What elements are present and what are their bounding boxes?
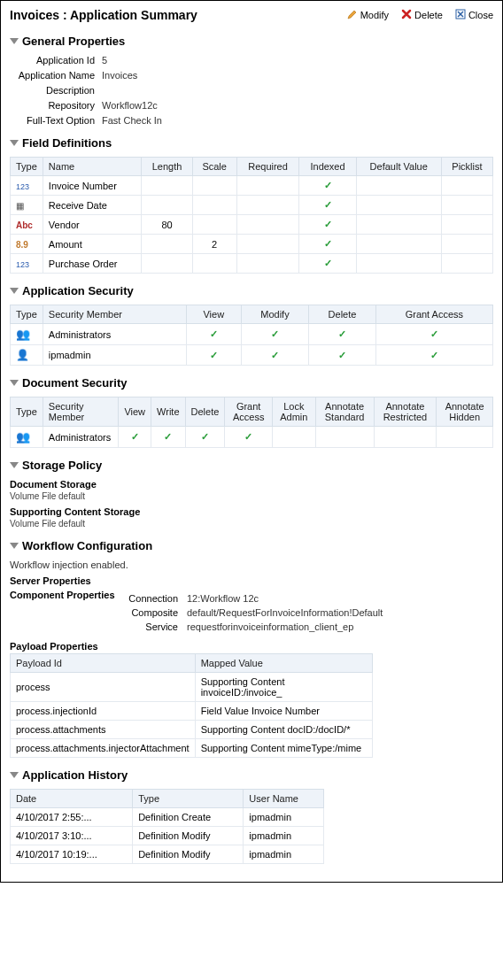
section-general-head[interactable]: General Properties — [10, 35, 493, 48]
table-row[interactable]: Abc Vendor 80 ✓ — [11, 215, 493, 235]
section-general-title: General Properties — [22, 35, 125, 48]
section-storage-title: Storage Policy — [22, 459, 102, 472]
sup-storage-head: Supporting Content Storage — [10, 506, 493, 517]
check-icon: ✓ — [324, 180, 332, 190]
col-delete: Delete — [185, 397, 225, 427]
section-history: Application History Date Type User Name … — [10, 768, 493, 864]
date-type-icon: ▦ — [16, 201, 24, 211]
docsec-table: Type Security Member View Write Delete G… — [10, 397, 493, 448]
check-icon: ✓ — [324, 219, 332, 229]
gen-ft-v: Fast Check In — [102, 115, 162, 126]
toolbar: Modify Delete Close — [346, 9, 493, 22]
gen-appname-v: Invoices — [102, 70, 137, 81]
table-row[interactable]: 👥 Administrators ✓ ✓ ✓ ✓ — [11, 324, 493, 345]
wf-conn-v: 12:Workflow 12c — [187, 593, 259, 604]
table-row[interactable]: 👤 ipmadmin ✓ ✓ ✓ ✓ — [11, 345, 493, 366]
section-storage-head[interactable]: Storage Policy — [10, 459, 493, 472]
table-row[interactable]: process.injectionIdField Value Invoice N… — [11, 702, 373, 721]
table-row[interactable]: processSupporting Content invoiceID:/inv… — [11, 673, 373, 702]
col-required: Required — [236, 158, 299, 176]
table-row[interactable]: process.attachments.injectorAttachmentSu… — [11, 739, 373, 758]
pencil-icon — [346, 9, 358, 22]
section-fields-head[interactable]: Field Definitions — [10, 136, 493, 150]
section-appsec-title: Application Security — [22, 284, 134, 297]
wf-svc-k: Service — [125, 621, 187, 632]
section-docsec-head[interactable]: Document Security — [10, 376, 493, 390]
wf-compo-v: default/RequestForInvoiceInformation!Def… — [187, 607, 383, 618]
col-mapped-value: Mapped Value — [195, 654, 372, 673]
col-view: View — [119, 397, 151, 427]
modify-button[interactable]: Modify — [346, 9, 389, 22]
col-annstd: Annotate Standard — [315, 397, 374, 427]
col-delete: Delete — [309, 305, 376, 324]
field-name: Receive Date — [43, 196, 142, 215]
col-annres: Annotate Restricted — [374, 397, 437, 427]
close-button[interactable]: Close — [455, 9, 493, 22]
section-appsec-head[interactable]: Application Security — [10, 284, 493, 297]
check-icon: ✓ — [210, 350, 218, 360]
app-summary-page: Invoices : Application Summary Modify De… — [0, 0, 503, 883]
table-row[interactable]: ▦ Receive Date ✓ — [11, 196, 493, 215]
check-icon: ✓ — [430, 350, 438, 360]
sup-storage-volume: Volume File default — [10, 519, 493, 529]
col-default: Default Value — [356, 158, 441, 176]
col-lock: Lock Admin — [273, 397, 316, 427]
section-history-head[interactable]: Application History — [10, 768, 493, 782]
col-annhid: Annotate Hidden — [437, 397, 493, 427]
modify-label: Modify — [360, 10, 389, 20]
disclosure-icon — [10, 38, 19, 44]
col-member: Security Member — [43, 305, 186, 324]
field-name: Amount — [43, 235, 142, 254]
member-name: Administrators — [43, 324, 186, 345]
col-write: Write — [151, 397, 185, 427]
table-row[interactable]: 123 Purchase Order ✓ — [11, 254, 493, 274]
table-row[interactable]: 4/10/2017 2:55:...Definition Createipmad… — [11, 808, 324, 827]
section-workflow: Workflow Configuration Workflow injectio… — [10, 539, 493, 758]
col-picklist: Picklist — [441, 158, 492, 176]
table-row[interactable]: 4/10/2017 10:19:...Definition Modifyipma… — [11, 845, 324, 864]
wf-svc-v: requestforinvoiceinformation_client_ep — [187, 621, 353, 632]
text-type-icon: Abc — [16, 220, 33, 230]
section-workflow-head[interactable]: Workflow Configuration — [10, 539, 493, 552]
col-date: Date — [11, 790, 133, 808]
number-type-icon: 123 — [16, 182, 29, 191]
delete-icon — [401, 9, 412, 21]
disclosure-icon — [10, 380, 19, 386]
field-name: Purchase Order — [43, 254, 142, 274]
table-row[interactable]: 4/10/2017 3:10:...Definition Modifyipmad… — [11, 827, 324, 845]
table-row[interactable]: 👥 Administrators ✓ ✓ ✓ ✓ — [11, 427, 493, 448]
table-row[interactable]: process.attachmentsSupporting Content do… — [11, 721, 373, 739]
col-name: Name — [43, 158, 142, 176]
close-icon — [455, 9, 466, 21]
workflow-injection-note: Workflow injection enabled. — [10, 559, 493, 570]
delete-button[interactable]: Delete — [401, 9, 443, 22]
disclosure-icon — [10, 288, 19, 294]
check-icon: ✓ — [131, 431, 139, 442]
section-appsec: Application Security Type Security Membe… — [10, 284, 493, 366]
check-icon: ✓ — [271, 350, 279, 360]
table-row[interactable]: 123 Invoice Number ✓ — [11, 176, 493, 196]
group-icon: 👥 — [16, 430, 30, 444]
disclosure-icon — [10, 140, 19, 146]
col-indexed: Indexed — [299, 158, 356, 176]
section-storage: Storage Policy Document Storage Volume F… — [10, 459, 493, 529]
col-modify: Modify — [241, 305, 309, 324]
section-general: General Properties Application Id5 Appli… — [10, 35, 493, 126]
table-row[interactable]: 8.9 Amount 2 ✓ — [11, 235, 493, 254]
group-icon: 👥 — [16, 328, 30, 341]
check-icon: ✓ — [324, 199, 332, 210]
fields-table: Type Name Length Scale Required Indexed … — [10, 157, 493, 274]
payload-table: Payload Id Mapped Value processSupportin… — [10, 653, 373, 758]
gen-ft-k: Full-Text Option — [10, 115, 102, 126]
wf-conn-k: Connection — [125, 593, 187, 604]
check-icon: ✓ — [338, 328, 346, 339]
server-props-head: Server Properties — [10, 575, 493, 586]
check-icon: ✓ — [164, 431, 172, 442]
user-icon: 👤 — [16, 349, 29, 361]
col-type: Type — [133, 790, 244, 808]
check-icon: ✓ — [244, 431, 252, 442]
col-payload-id: Payload Id — [11, 654, 196, 673]
check-icon: ✓ — [324, 238, 332, 249]
section-fields: Field Definitions Type Name Length Scale… — [10, 136, 493, 274]
check-icon: ✓ — [324, 258, 332, 268]
